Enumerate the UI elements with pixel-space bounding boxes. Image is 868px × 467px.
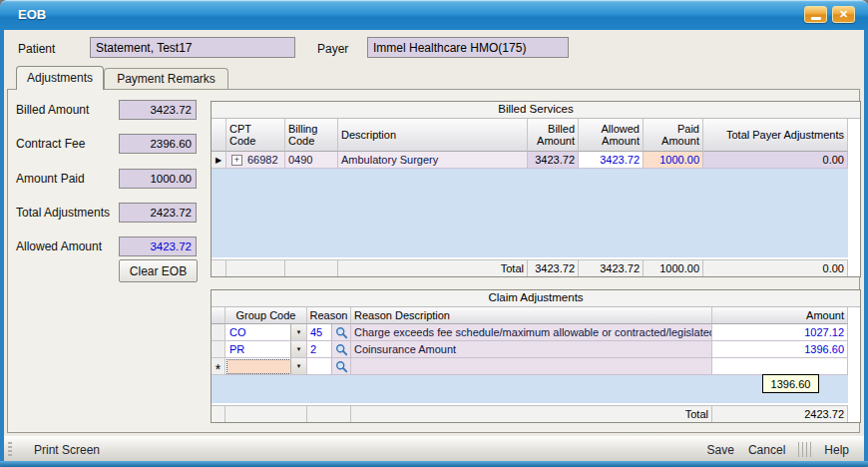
claim-adjustments-grid: Claim Adjustments Group Code Reason Reas… — [211, 289, 861, 423]
allowed-amount-field[interactable]: 3423.72 — [119, 236, 197, 256]
group-code-dropdown-button[interactable]: ▼ — [290, 324, 306, 340]
column-header-group-code[interactable]: Group Code — [225, 307, 307, 324]
amount-cell-empty[interactable] — [712, 358, 848, 375]
help-button[interactable]: Help — [817, 443, 856, 457]
billed-amount-cell[interactable]: 3423.72 — [528, 152, 579, 169]
new-row-marker-icon: * — [216, 365, 220, 373]
amount-paid-value: 1000.00 — [150, 173, 192, 185]
search-icon — [335, 343, 348, 356]
patient-field[interactable]: Statement, Test17 — [90, 37, 295, 58]
allowed-amount-cell[interactable]: 3423.72 — [579, 152, 644, 169]
chevron-down-icon: ▼ — [296, 346, 302, 352]
contract-fee-label: Contract Fee — [16, 137, 85, 151]
expand-row-icon[interactable]: + — [231, 155, 242, 166]
adjustments-tab-panel: Billed Amount 3423.72 Contract Fee 2396.… — [7, 89, 860, 433]
grip-handle-icon — [8, 442, 12, 457]
column-header-reason-description[interactable]: Reason Description — [351, 307, 712, 324]
status-bar: Print Screen Save Cancel Help — [4, 436, 864, 462]
billed-amount-field[interactable]: 3423.72 — [119, 100, 197, 120]
group-code-cell[interactable]: CO ▼ — [225, 324, 307, 341]
claim-adjustment-row[interactable]: CO ▼ 45 Charge exceeds fee schedule/maxi… — [212, 324, 860, 341]
reason-lookup-button[interactable] — [332, 358, 350, 374]
total-allowed-amount: 3423.72 — [579, 259, 644, 276]
payer-label: Payer — [317, 42, 348, 56]
column-header-allowed-amount[interactable]: Allowed Amount — [579, 119, 644, 152]
total-payer-adjustments-total: 0.00 — [703, 259, 848, 276]
total-empty-cell — [285, 259, 338, 276]
cancel-button[interactable]: Cancel — [741, 443, 792, 457]
allowed-amount-value: 3423.72 — [150, 240, 192, 252]
contract-fee-field[interactable]: 2396.60 — [119, 134, 197, 154]
reason-cell-empty[interactable] — [307, 358, 351, 375]
claim-adjustments-total-row: Total 2423.72 — [212, 405, 860, 422]
titlebar[interactable]: EOB ✕ — [0, 0, 868, 30]
row-selector-cell[interactable] — [212, 324, 225, 341]
reason-lookup-button[interactable] — [332, 324, 350, 340]
payer-field[interactable]: Immel Healthcare HMO(175) — [367, 37, 569, 58]
group-code-dropdown-button[interactable]: ▼ — [290, 358, 306, 374]
total-payer-adjustments-cell[interactable]: 0.00 — [703, 152, 848, 169]
column-header-total-payer-adjustments[interactable]: Total Payer Adjustments — [703, 119, 848, 152]
billed-services-title: Billed Services — [212, 102, 860, 119]
billing-code-cell[interactable]: 0490 — [285, 152, 338, 169]
column-header-amount[interactable]: Amount — [712, 307, 848, 324]
reason-cell[interactable]: 2 — [307, 341, 351, 358]
amount-paid-field[interactable]: 1000.00 — [119, 169, 197, 189]
chevron-down-icon: ▼ — [296, 329, 302, 335]
reason-description-cell-empty[interactable] — [351, 358, 712, 375]
total-label: Total — [351, 405, 712, 422]
clear-eob-button[interactable]: Clear EOB — [119, 259, 198, 282]
total-empty-cell — [226, 259, 285, 276]
amount-cell[interactable]: 1396.60 — [712, 341, 848, 358]
total-adjustments-field[interactable]: 2423.72 — [119, 203, 197, 223]
row-selector-cell[interactable] — [212, 341, 225, 358]
claim-adjustments-header-row: Group Code Reason Reason Description Amo… — [212, 307, 860, 324]
tab-adjustments[interactable]: Adjustments — [16, 66, 104, 90]
new-row-selector-cell[interactable]: * — [212, 358, 225, 375]
column-header-billed-amount[interactable]: Billed Amount — [528, 119, 579, 152]
reason-input[interactable] — [307, 358, 332, 374]
group-code-cell-empty[interactable]: ▼ — [225, 358, 307, 375]
minimize-icon — [811, 17, 821, 20]
eob-dialog: EOB ✕ Patient Statement, Test17 Payer Im… — [0, 0, 868, 467]
row-selector-cell[interactable]: ▶ — [212, 152, 226, 169]
allowed-amount-label: Allowed Amount — [16, 239, 102, 253]
save-button[interactable]: Save — [700, 443, 741, 457]
column-header-billing-code[interactable]: Billing Code — [285, 119, 338, 152]
total-paid-amount: 1000.00 — [644, 259, 703, 276]
patient-value: Statement, Test17 — [96, 41, 193, 55]
window-bottom-border — [0, 461, 868, 467]
total-label: Total — [338, 259, 528, 276]
total-billed-amount: 3423.72 — [528, 259, 579, 276]
description-cell[interactable]: Ambulatory Surgery — [338, 152, 528, 169]
column-header-description[interactable]: Description — [338, 119, 528, 152]
total-adjustments-value: 2423.72 — [150, 207, 192, 219]
reason-lookup-button[interactable] — [332, 341, 350, 357]
cpt-code-cell[interactable]: +66982 — [226, 152, 285, 169]
tab-payment-remarks[interactable]: Payment Remarks — [104, 68, 228, 90]
reason-cell[interactable]: 45 — [307, 324, 351, 341]
group-code-dropdown-button[interactable]: ▼ — [290, 341, 306, 357]
paid-amount-cell[interactable]: 1000.00 — [644, 152, 703, 169]
billed-amount-value: 3423.72 — [150, 104, 192, 116]
header-selector-cell — [212, 119, 226, 152]
billed-service-row[interactable]: ▶ +66982 0490 Ambulatory Surgery 3423.72… — [212, 152, 860, 169]
group-code-input[interactable] — [227, 360, 290, 373]
grid-background — [212, 169, 848, 257]
dialog-body: Patient Statement, Test17 Payer Immel He… — [4, 30, 864, 461]
close-button[interactable]: ✕ — [832, 6, 855, 23]
column-header-paid-amount[interactable]: Paid Amount — [644, 119, 703, 152]
minimize-button[interactable] — [804, 6, 827, 23]
reason-description-cell[interactable]: Charge exceeds fee schedule/maximum allo… — [351, 324, 712, 341]
claim-adjustment-row[interactable]: PR ▼ 2 Coinsurance Amount 1396.60 — [212, 341, 860, 358]
print-screen-button[interactable]: Print Screen — [34, 443, 100, 457]
column-header-cpt-code[interactable]: CPT Code — [226, 119, 285, 152]
billed-amount-label: Billed Amount — [16, 103, 89, 117]
column-header-reason[interactable]: Reason — [307, 307, 351, 324]
total-amount: 2423.72 — [712, 405, 848, 422]
reason-description-cell[interactable]: Coinsurance Amount — [351, 341, 712, 358]
amount-cell[interactable]: 1027.12 — [712, 324, 848, 341]
group-code-cell[interactable]: PR ▼ — [225, 341, 307, 358]
billed-services-header-row: CPT Code Billing Code Description Billed… — [212, 119, 860, 152]
claim-adjustment-new-row[interactable]: * ▼ — [212, 358, 860, 375]
